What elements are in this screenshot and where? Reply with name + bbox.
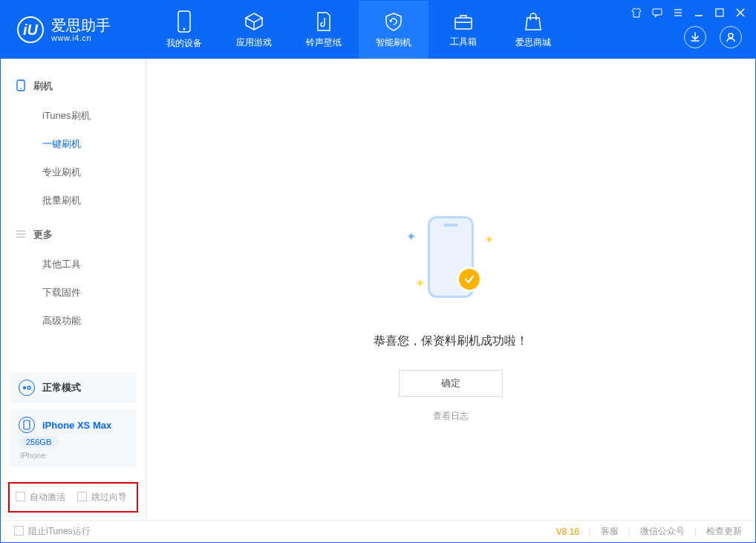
- device-card[interactable]: iPhone XS Max 256GB iPhone: [10, 409, 137, 467]
- section-title: 刷机: [33, 79, 53, 93]
- tab-label: 我的设备: [166, 37, 202, 50]
- tab-label: 应用游戏: [236, 36, 272, 49]
- menu-icon[interactable]: [672, 7, 684, 19]
- wechat-link[interactable]: 微信公众号: [640, 525, 685, 538]
- normal-mode-icon: [19, 380, 35, 396]
- checkbox-icon: [16, 492, 25, 501]
- sidebar-item-label: 专业刷机: [42, 166, 81, 179]
- mode-label: 正常模式: [42, 381, 81, 394]
- bag-icon: [524, 11, 543, 32]
- sidebar-item-label: 批量刷机: [42, 194, 81, 207]
- success-graphic: ✦ ✦ ✦: [399, 207, 503, 311]
- feedback-icon[interactable]: [651, 7, 663, 19]
- sparkle-icon: ✦: [406, 230, 416, 244]
- device-phone-icon: [19, 417, 35, 433]
- refresh-shield-icon: [383, 11, 404, 32]
- titlebar: iU 爱思助手 www.i4.cn 我的设备 应用游戏 铃声壁纸 智能刷机: [1, 1, 755, 59]
- tab-smart-flash[interactable]: 智能刷机: [359, 1, 428, 59]
- maximize-icon[interactable]: [714, 7, 726, 19]
- ok-button[interactable]: 确定: [399, 370, 503, 397]
- check-badge-icon: [457, 267, 482, 292]
- tab-label: 爱思商城: [515, 36, 551, 49]
- checkbox-icon: [14, 526, 24, 536]
- sidebar-item-advanced[interactable]: 高级功能: [1, 307, 146, 335]
- account-controls: [684, 26, 742, 48]
- storage-badge: 256GB: [19, 436, 59, 448]
- separator: [629, 527, 630, 536]
- sidebar: 刷机 iTunes刷机 一键刷机 专业刷机 批量刷机 更多 其他工具 下载固件 …: [1, 59, 146, 520]
- skin-icon[interactable]: [630, 7, 642, 19]
- check-update-link[interactable]: 检查更新: [706, 525, 742, 538]
- tab-my-device[interactable]: 我的设备: [149, 1, 219, 59]
- brand: iU 爱思助手 www.i4.cn: [1, 16, 149, 43]
- block-itunes-checkbox[interactable]: 阻止iTunes运行: [14, 525, 91, 538]
- tab-apps-games[interactable]: 应用游戏: [219, 1, 289, 59]
- svg-point-18: [23, 386, 26, 389]
- sidebar-section-flash: 刷机: [1, 74, 146, 99]
- phone-icon: [176, 10, 192, 33]
- statusbar: 阻止iTunes运行 V8.16 客服 微信公众号 检查更新: [1, 520, 755, 542]
- device-type: iPhone: [19, 451, 45, 460]
- separator: [590, 527, 590, 536]
- sidebar-item-itunes-flash[interactable]: iTunes刷机: [1, 102, 146, 130]
- music-file-icon: [315, 11, 333, 32]
- sidebar-item-label: 高级功能: [42, 314, 81, 328]
- tab-ringtone-wallpaper[interactable]: 铃声壁纸: [289, 1, 359, 59]
- highlighted-options: 自动激活 跳过向导: [8, 482, 138, 513]
- body: 刷机 iTunes刷机 一键刷机 专业刷机 批量刷机 更多 其他工具 下载固件 …: [1, 59, 755, 520]
- sidebar-item-batch-flash[interactable]: 批量刷机: [1, 186, 146, 215]
- sidebar-item-other-tools[interactable]: 其他工具: [1, 250, 146, 279]
- window-controls: [630, 7, 746, 19]
- success-message: 恭喜您，保资料刷机成功啦！: [374, 334, 528, 349]
- sidebar-item-label: 下载固件: [42, 286, 81, 299]
- sidebar-item-pro-flash[interactable]: 专业刷机: [1, 158, 146, 186]
- skip-guide-checkbox[interactable]: 跳过向导: [77, 491, 127, 504]
- auto-activate-checkbox[interactable]: 自动激活: [16, 491, 65, 504]
- tab-label: 工具箱: [450, 36, 477, 48]
- sidebar-item-download-firmware[interactable]: 下载固件: [1, 279, 146, 307]
- close-icon[interactable]: [734, 7, 746, 19]
- main-content: ✦ ✦ ✦ 恭喜您，保资料刷机成功啦！ 确定 查看日志: [146, 59, 755, 520]
- tab-toolbox[interactable]: 工具箱: [428, 1, 498, 59]
- logo-icon: iU: [17, 16, 44, 43]
- minimize-icon[interactable]: [693, 7, 705, 19]
- svg-rect-9: [716, 9, 723, 16]
- mode-card[interactable]: 正常模式: [10, 372, 137, 403]
- separator: [695, 527, 696, 536]
- checkbox-label: 自动激活: [30, 492, 65, 502]
- sparkle-icon: ✦: [484, 233, 494, 247]
- svg-point-1: [183, 27, 186, 30]
- view-log-link[interactable]: 查看日志: [433, 410, 469, 423]
- device-name: iPhone XS Max: [42, 420, 111, 431]
- svg-rect-2: [455, 18, 472, 29]
- sidebar-item-label: 其他工具: [42, 258, 81, 271]
- nav-tabs: 我的设备 应用游戏 铃声壁纸 智能刷机 工具箱 爱思商城: [149, 1, 568, 59]
- sidebar-item-label: 一键刷机: [42, 137, 81, 151]
- checkbox-label: 跳过向导: [91, 492, 127, 502]
- device-icon: [16, 79, 26, 94]
- sidebar-item-onekey-flash[interactable]: 一键刷机: [1, 130, 146, 158]
- version-label: V8.16: [556, 527, 579, 537]
- svg-point-12: [729, 33, 733, 38]
- sparkle-icon: ✦: [415, 276, 425, 290]
- app-window: iU 爱思助手 www.i4.cn 我的设备 应用游戏 铃声壁纸 智能刷机: [0, 0, 756, 543]
- tab-label: 铃声壁纸: [306, 36, 342, 49]
- checkbox-label: 阻止iTunes运行: [28, 526, 91, 536]
- cube-icon: [244, 11, 264, 32]
- svg-rect-4: [653, 9, 662, 15]
- svg-point-19: [27, 386, 30, 389]
- checkbox-icon: [77, 492, 87, 501]
- sidebar-item-label: iTunes刷机: [42, 109, 91, 123]
- svg-point-14: [20, 88, 22, 89]
- support-link[interactable]: 客服: [601, 525, 619, 538]
- brand-subtitle: www.i4.cn: [51, 33, 111, 42]
- tab-label: 智能刷机: [376, 36, 411, 49]
- toolbox-icon: [453, 12, 474, 31]
- list-icon: [16, 229, 26, 241]
- brand-title: 爱思助手: [51, 17, 111, 33]
- user-button[interactable]: [720, 26, 742, 48]
- section-title: 更多: [33, 228, 53, 241]
- tab-store[interactable]: 爱思商城: [498, 1, 568, 59]
- svg-rect-20: [24, 420, 30, 429]
- download-button[interactable]: [684, 26, 706, 48]
